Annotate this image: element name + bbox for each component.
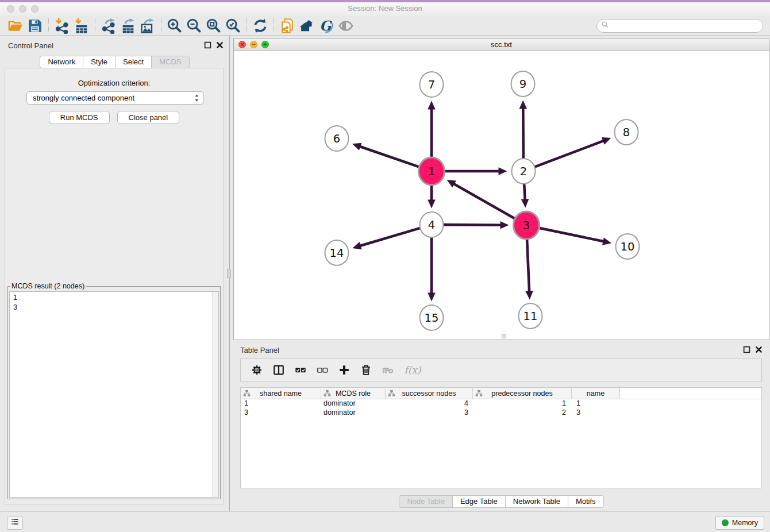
cell-shared-name[interactable]: 1 [241, 399, 321, 408]
edge-arrow-1-4 [428, 200, 436, 209]
node-table[interactable]: shared nameMCDS rolesuccessor nodesprede… [240, 387, 762, 488]
memory-button[interactable]: Memory [715, 516, 764, 530]
tab-network-table[interactable]: Network Table [505, 495, 568, 508]
table-tabs: Node TableEdge TableNetwork TableMotifs [233, 495, 769, 508]
column-type-icon [324, 390, 331, 397]
cell-name[interactable]: 1 [572, 399, 620, 408]
edge-3-10[interactable] [539, 228, 604, 242]
save-session-icon[interactable] [25, 17, 45, 34]
import-network-icon[interactable] [52, 17, 72, 34]
zoom-in-icon[interactable] [165, 17, 184, 34]
edge-arrow-4-3 [500, 221, 509, 229]
memory-status-dot [722, 519, 729, 526]
zoom-fit-icon[interactable] [204, 17, 224, 34]
node-label-2: 2 [520, 165, 527, 178]
delete-columns-icon[interactable] [359, 363, 373, 377]
column-label: name [587, 390, 605, 398]
cell-successor-nodes[interactable]: 3 [386, 408, 473, 418]
cell-successor-nodes[interactable]: 4 [386, 399, 473, 408]
cell-predecessor-nodes[interactable]: 1 [473, 399, 572, 408]
export-table-icon[interactable] [118, 17, 138, 34]
canvas-resize-grip[interactable] [502, 334, 506, 338]
window-title: Session: New Session [0, 4, 770, 13]
apply-layout-icon[interactable] [251, 17, 270, 34]
export-image-icon[interactable] [138, 17, 157, 34]
float-panel-icon[interactable] [204, 41, 211, 49]
open-session-icon[interactable] [6, 17, 25, 34]
tab-style[interactable]: Style [83, 56, 116, 68]
ndex-home-icon[interactable] [297, 17, 317, 34]
edge-2-8[interactable] [534, 141, 604, 167]
mcds-result-group: MCDS result (2 nodes) 1 3 [7, 282, 221, 499]
gene-search-icon[interactable]: G [317, 17, 336, 34]
cell-MCDS-role[interactable]: dominator [321, 408, 386, 418]
node-label-15: 15 [425, 311, 439, 325]
zoom-out-icon[interactable] [184, 17, 204, 34]
edge-2-3[interactable] [524, 183, 525, 200]
close-panel-button[interactable]: Close panel [117, 111, 180, 124]
mcds-result-scrollbar[interactable] [212, 292, 218, 497]
optimization-select[interactable]: strongly connected component [26, 91, 204, 105]
zoom-selected-icon[interactable] [224, 17, 243, 34]
node-label-11: 11 [523, 310, 538, 323]
column-header-name[interactable]: name [572, 388, 620, 399]
splitter-grip[interactable] [227, 269, 231, 278]
task-history-button[interactable] [7, 516, 23, 530]
tab-select[interactable]: Select [115, 56, 152, 68]
column-header-shared-name[interactable]: shared name [241, 388, 321, 399]
edge-3-1[interactable] [453, 184, 515, 219]
table-toolbar: f(x) [240, 358, 762, 381]
search-input[interactable] [612, 21, 758, 31]
network-titlebar[interactable]: scc.txt [234, 38, 769, 51]
table-panel: Table Panel f(x) shared nameMCDS rolesuc… [233, 342, 769, 511]
export-network-icon[interactable] [99, 17, 118, 34]
float-panel-icon[interactable] [743, 346, 750, 353]
toolbar-separator [274, 18, 274, 33]
tab-motifs[interactable]: Motifs [568, 495, 604, 508]
edge-4-14[interactable] [360, 228, 420, 246]
edge-4-3[interactable] [443, 225, 501, 225]
column-header-MCDS-role[interactable]: MCDS role [321, 388, 386, 399]
toggle-columns-icon[interactable] [272, 363, 286, 377]
edge-1-6[interactable] [360, 147, 419, 167]
close-panel-icon[interactable] [216, 41, 224, 49]
unselect-all-columns-icon[interactable] [315, 363, 329, 377]
search-box[interactable] [596, 19, 763, 33]
edge-arrow-2-9 [519, 100, 527, 109]
mcds-panel: Optimization criterion: strongly connect… [5, 68, 224, 504]
cell-predecessor-nodes[interactable]: 2 [473, 408, 572, 418]
task-list-icon [10, 517, 20, 529]
run-mcds-button[interactable]: Run MCDS [49, 111, 110, 124]
import-table-icon[interactable] [72, 17, 91, 34]
tab-mcds[interactable]: MCDS [151, 56, 189, 68]
table-settings-icon[interactable] [250, 363, 264, 377]
cell-shared-name[interactable]: 3 [241, 408, 321, 418]
cell-MCDS-role[interactable]: dominator [321, 399, 386, 408]
table-panel-title: Table Panel [240, 346, 279, 354]
column-header-predecessor-nodes[interactable]: predecessor nodes [473, 388, 572, 399]
cell-name[interactable]: 3 [572, 408, 620, 418]
table-row[interactable]: 1dominator411 [241, 399, 761, 408]
select-all-columns-icon[interactable] [294, 363, 307, 377]
mcds-result-box[interactable]: 1 3 [9, 291, 219, 498]
column-header-successor-nodes[interactable]: successor nodes [386, 388, 473, 399]
toolbar-separator [95, 18, 95, 33]
edge-3-11[interactable] [527, 238, 529, 292]
tab-network[interactable]: Network [40, 56, 83, 68]
toolbar-separator [161, 18, 161, 33]
clone-network-icon[interactable] [278, 17, 297, 34]
table-row[interactable]: 3dominator323 [241, 408, 761, 418]
network-view[interactable]: 7968124310141511 [234, 51, 769, 340]
toolbar-separator [247, 18, 247, 33]
edge-2-9[interactable] [523, 108, 523, 160]
tab-edge-table[interactable]: Edge Table [452, 495, 506, 508]
network-graph[interactable]: 7968124310141511 [234, 51, 769, 340]
column-label: MCDS role [336, 390, 371, 398]
close-panel-icon[interactable] [755, 346, 763, 353]
column-type-icon [475, 390, 483, 397]
edge-arrow-1-2 [499, 167, 507, 175]
tab-node-table[interactable]: Node Table [399, 495, 453, 508]
control-panel-tabs: NetworkStyleSelectMCDS [0, 56, 229, 68]
add-column-icon[interactable] [337, 363, 351, 377]
function-builder-label: f(x) [404, 364, 421, 376]
